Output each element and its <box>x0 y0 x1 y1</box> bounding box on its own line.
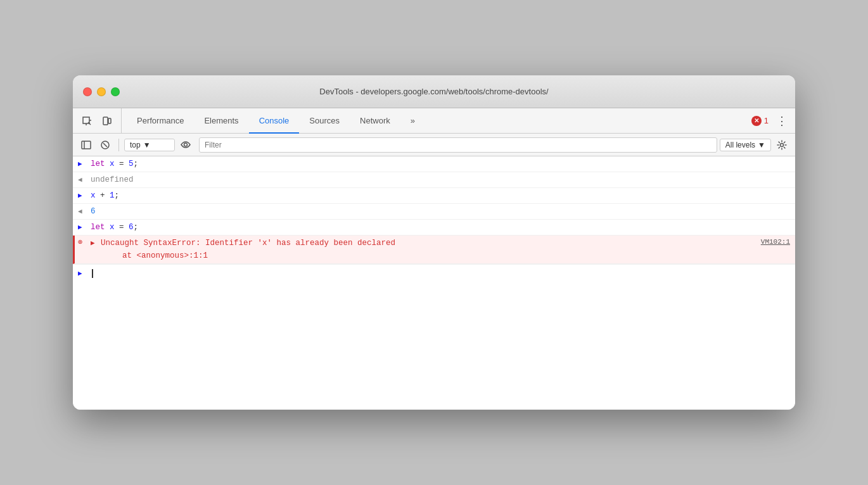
sidebar-toggle-icon[interactable] <box>78 137 94 153</box>
settings-button[interactable] <box>774 137 790 153</box>
input-arrow-icon: ▶ <box>78 189 86 202</box>
tabs: Performance Elements Console Sources Net… <box>127 108 751 133</box>
clear-console-icon[interactable] <box>97 137 113 153</box>
tab-elements[interactable]: Elements <box>194 109 248 134</box>
tab-bar-icons <box>78 108 122 133</box>
console-toolbar: top ▼ All levels ▼ <box>73 134 795 156</box>
line-content: undefined <box>91 173 790 186</box>
levels-arrow-icon: ▼ <box>758 141 765 149</box>
more-options-button[interactable]: ⋮ <box>774 114 790 128</box>
line-content: let x = 5; <box>91 158 790 170</box>
tab-bar-right: ✕ 1 ⋮ <box>751 108 790 133</box>
console-line[interactable]: ▶ let x = 6; <box>73 220 795 236</box>
line-content: let x = 6; <box>91 221 790 234</box>
error-expand-icon[interactable]: ▶ <box>91 237 98 249</box>
output-arrow-icon: ◀ <box>78 173 86 186</box>
context-selector[interactable]: top ▼ <box>124 139 175 151</box>
line-content: x + 1; <box>91 189 790 202</box>
error-sub-text: at <anonymous>:1:1 <box>101 249 753 262</box>
console-input-line[interactable]: ▶ <box>73 264 795 282</box>
toolbar-separator-1 <box>118 139 119 151</box>
svg-line-8 <box>103 143 107 147</box>
title-bar: DevTools - developers.google.com/web/too… <box>73 75 795 108</box>
input-arrow-icon: ▶ <box>78 221 86 234</box>
error-count-icon: ✕ <box>751 116 762 126</box>
devtools-window: DevTools - developers.google.com/web/too… <box>73 75 795 410</box>
svg-point-10 <box>781 143 784 146</box>
console-line[interactable]: ▶ x + 1; <box>73 188 795 204</box>
cursor <box>92 269 93 278</box>
log-levels-button[interactable]: All levels ▼ <box>720 139 771 151</box>
tab-network[interactable]: Network <box>350 109 400 134</box>
tab-performance[interactable]: Performance <box>127 109 194 134</box>
error-icon: ⊗ <box>78 237 87 249</box>
prompt-arrow-icon: ▶ <box>78 267 86 280</box>
close-button[interactable] <box>83 87 92 96</box>
console-line[interactable]: ◀ undefined <box>73 172 795 188</box>
tab-console[interactable]: Console <box>249 109 300 134</box>
eye-icon[interactable] <box>177 137 194 153</box>
error-location[interactable]: VM102:1 <box>753 237 790 248</box>
window-title: DevTools - developers.google.com/web/too… <box>319 87 548 96</box>
traffic-lights <box>83 87 120 96</box>
console-output: ▶ let x = 5; ◀ undefined ▶ x + 1; ◀ 6 ▶ … <box>73 156 795 410</box>
svg-rect-3 <box>103 117 108 125</box>
inspect-element-icon[interactable] <box>78 112 96 130</box>
error-count: 1 <box>764 116 769 125</box>
svg-point-9 <box>184 143 188 146</box>
console-line[interactable]: ◀ 6 <box>73 204 795 220</box>
console-line[interactable]: ▶ let x = 5; <box>73 156 795 172</box>
svg-rect-5 <box>82 141 91 149</box>
svg-rect-4 <box>108 118 111 123</box>
tab-more[interactable]: » <box>400 109 425 134</box>
tab-bar: Performance Elements Console Sources Net… <box>73 108 795 134</box>
filter-input[interactable] <box>199 137 717 153</box>
error-badge[interactable]: ✕ 1 <box>751 116 769 126</box>
tab-sources[interactable]: Sources <box>299 109 350 134</box>
error-content: Uncaught SyntaxError: Identifier 'x' has… <box>101 237 753 262</box>
line-content: 6 <box>91 205 790 218</box>
context-arrow-icon: ▼ <box>143 141 151 149</box>
minimize-button[interactable] <box>97 87 106 96</box>
levels-label: All levels <box>725 141 755 149</box>
maximize-button[interactable] <box>111 87 120 96</box>
output-arrow-icon: ◀ <box>78 205 86 218</box>
error-console-line[interactable]: ⊗ ▶ Uncaught SyntaxError: Identifier 'x'… <box>73 236 795 264</box>
device-toolbar-icon[interactable] <box>98 112 116 130</box>
error-main-text: Uncaught SyntaxError: Identifier 'x' has… <box>101 239 395 248</box>
input-arrow-icon: ▶ <box>78 158 86 170</box>
context-value: top <box>130 141 141 149</box>
